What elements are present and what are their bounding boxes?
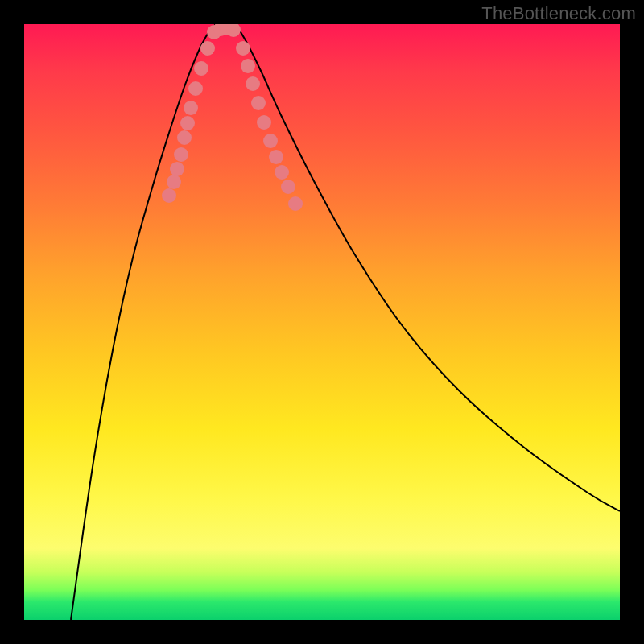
data-marker xyxy=(200,41,215,56)
right-curve-line xyxy=(235,24,620,511)
chart-frame: TheBottleneck.com xyxy=(0,0,644,644)
data-marker xyxy=(188,81,203,96)
data-marker xyxy=(170,162,184,176)
data-marker xyxy=(236,41,250,56)
data-marker xyxy=(281,180,295,194)
data-marker xyxy=(288,196,303,211)
bottom-curve-markers xyxy=(207,24,241,39)
data-marker xyxy=(177,130,192,145)
data-marker xyxy=(246,76,260,91)
data-marker xyxy=(194,61,208,76)
right-curve-markers xyxy=(236,41,303,211)
plot-area xyxy=(24,24,620,620)
left-curve-markers xyxy=(162,41,215,203)
data-marker xyxy=(269,150,283,164)
data-marker xyxy=(251,96,266,110)
data-marker xyxy=(257,115,271,130)
data-marker xyxy=(180,116,195,130)
data-marker xyxy=(263,134,278,148)
data-marker xyxy=(241,59,255,73)
data-marker xyxy=(184,101,198,115)
data-marker xyxy=(167,175,181,189)
watermark-text: TheBottleneck.com xyxy=(481,3,636,24)
data-marker xyxy=(162,188,176,203)
data-marker xyxy=(275,165,289,180)
curve-svg xyxy=(24,24,620,620)
data-marker xyxy=(174,147,188,162)
